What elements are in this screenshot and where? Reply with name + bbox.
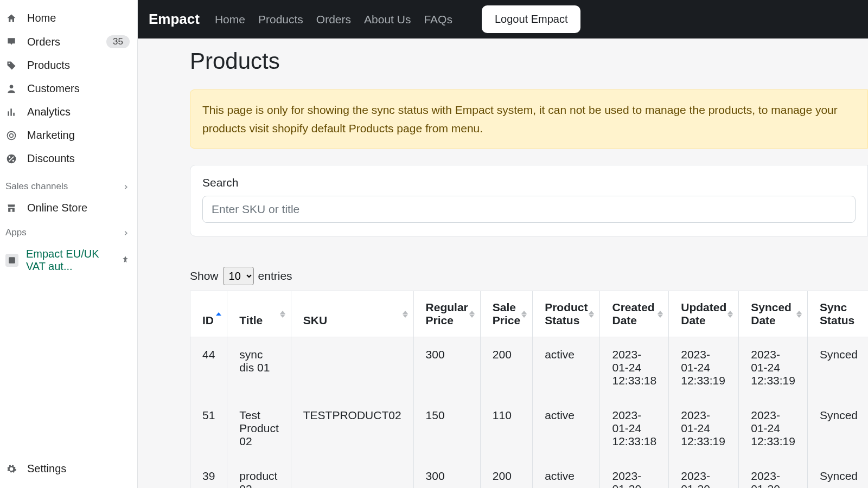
sidebar-item-orders[interactable]: Orders 35 bbox=[0, 30, 137, 54]
person-icon bbox=[5, 83, 17, 95]
table-row: 51 Test Product 02 TESTPRODUCT02 150 110… bbox=[190, 398, 869, 459]
svg-point-1 bbox=[10, 85, 14, 88]
sort-icon bbox=[796, 308, 803, 320]
sort-icon bbox=[403, 308, 409, 320]
sidebar-item-customers[interactable]: Customers bbox=[0, 77, 137, 100]
sort-icon bbox=[727, 308, 734, 320]
sidebar-item-products[interactable]: Products bbox=[0, 54, 137, 77]
svg-point-8 bbox=[9, 156, 10, 158]
sidebar-item-online-store[interactable]: Online Store bbox=[0, 196, 137, 220]
topnav-links: Home Products Orders About Us FAQs bbox=[215, 13, 452, 26]
gear-icon bbox=[5, 463, 17, 475]
page-content: Products This page is only for showing t… bbox=[138, 38, 868, 488]
col-created-date[interactable]: Created Date bbox=[600, 291, 669, 337]
topnav-link-products[interactable]: Products bbox=[258, 13, 303, 26]
cell-sale: 200 bbox=[480, 337, 532, 399]
sidebar-item-label: Customers bbox=[27, 82, 130, 95]
svg-rect-2 bbox=[8, 111, 9, 115]
cell-regular: 300 bbox=[413, 337, 480, 399]
sort-icon bbox=[658, 308, 664, 320]
tag-icon bbox=[5, 60, 17, 72]
entries-select[interactable]: 10 bbox=[223, 267, 254, 285]
topnav-link-faqs[interactable]: FAQs bbox=[424, 13, 452, 26]
cell-sale: 200 bbox=[480, 459, 532, 488]
cell-sync-status: Synced bbox=[807, 337, 868, 399]
cell-status: active bbox=[533, 398, 600, 459]
sales-channels-header[interactable]: Sales channels bbox=[0, 174, 137, 196]
cell-title: sync dis 01 bbox=[227, 337, 291, 399]
percent-icon bbox=[5, 153, 17, 165]
col-sync-status[interactable]: Sync Status bbox=[807, 291, 868, 337]
cell-sku: TESTPRODUCT02 bbox=[291, 398, 413, 459]
col-id[interactable]: ID bbox=[190, 291, 227, 337]
table-row: 44 sync dis 01 300 200 active 2023-01-24… bbox=[190, 337, 869, 399]
cell-created: 2023-01-24 12:33:18 bbox=[600, 337, 669, 399]
apps-header[interactable]: Apps bbox=[0, 220, 137, 242]
svg-point-0 bbox=[9, 62, 10, 64]
products-table: ID Title SKU bbox=[190, 291, 868, 488]
sidebar: Home Orders 35 Products Customers bbox=[0, 0, 138, 488]
col-product-status[interactable]: Product Status bbox=[533, 291, 600, 337]
sidebar-item-empact-app[interactable]: Empact EU/UK VAT aut... bbox=[0, 242, 137, 278]
svg-rect-3 bbox=[10, 108, 12, 115]
topnav-link-about[interactable]: About Us bbox=[364, 13, 411, 26]
sidebar-item-analytics[interactable]: Analytics bbox=[0, 100, 137, 124]
brand-name: Empact bbox=[149, 11, 200, 28]
topnav-link-orders[interactable]: Orders bbox=[316, 13, 351, 26]
cell-regular: 300 bbox=[413, 459, 480, 488]
products-table-wrap: ID Title SKU bbox=[190, 291, 868, 488]
sidebar-item-discounts[interactable]: Discounts bbox=[0, 147, 137, 170]
cell-updated: 2023-01-20 bbox=[669, 459, 739, 488]
sort-asc-icon bbox=[216, 308, 222, 320]
orders-count-badge: 35 bbox=[106, 35, 130, 48]
col-regular-price[interactable]: Regular Price bbox=[413, 291, 480, 337]
sort-icon bbox=[280, 308, 286, 320]
svg-rect-12 bbox=[9, 257, 15, 264]
sidebar-item-label: Analytics bbox=[27, 106, 130, 118]
sidebar-item-home[interactable]: Home bbox=[0, 7, 137, 30]
sidebar-item-label: Settings bbox=[27, 463, 130, 475]
search-input[interactable] bbox=[202, 196, 856, 223]
entries-selector: Show 10 entries bbox=[190, 267, 868, 285]
sidebar-item-settings[interactable]: Settings bbox=[0, 457, 137, 488]
page-title: Products bbox=[190, 48, 868, 74]
sort-icon bbox=[589, 308, 595, 320]
cell-id: 44 bbox=[190, 337, 227, 399]
col-updated-date[interactable]: Updated Date bbox=[669, 291, 739, 337]
cell-synced: 2023-01-24 12:33:19 bbox=[739, 398, 808, 459]
cell-status: active bbox=[533, 459, 600, 488]
cell-status: active bbox=[533, 337, 600, 399]
table-row: 39 product 02 300 200 active 2023-01-20 … bbox=[190, 459, 869, 488]
col-sku[interactable]: SKU bbox=[291, 291, 413, 337]
cell-title: product 02 bbox=[227, 459, 291, 488]
cell-sync-status: Synced bbox=[807, 459, 868, 488]
cell-synced: 2023-01-20 bbox=[739, 459, 808, 488]
sidebar-primary-nav: Home Orders 35 Products Customers bbox=[0, 3, 137, 174]
svg-point-6 bbox=[10, 133, 14, 137]
svg-rect-11 bbox=[10, 209, 12, 211]
search-card: Search bbox=[190, 165, 868, 236]
info-alert: This page is only for showing the sync s… bbox=[190, 89, 868, 149]
pin-icon[interactable] bbox=[121, 254, 130, 267]
cell-sale: 110 bbox=[480, 398, 532, 459]
cell-sku bbox=[291, 337, 413, 399]
store-icon bbox=[5, 202, 17, 214]
topnav-link-home[interactable]: Home bbox=[215, 13, 245, 26]
cell-updated: 2023-01-24 12:33:19 bbox=[669, 337, 739, 399]
sidebar-item-label: Empact EU/UK VAT aut... bbox=[26, 248, 113, 273]
sidebar-item-label: Online Store bbox=[27, 202, 130, 214]
col-sale-price[interactable]: Sale Price bbox=[480, 291, 532, 337]
sidebar-item-label: Products bbox=[27, 59, 130, 72]
col-synced-date[interactable]: Synced Date bbox=[739, 291, 808, 337]
home-icon bbox=[5, 12, 17, 24]
sort-icon bbox=[521, 308, 528, 320]
sidebar-item-marketing[interactable]: Marketing bbox=[0, 124, 137, 147]
col-title[interactable]: Title bbox=[227, 291, 291, 337]
cell-created: 2023-01-20 bbox=[600, 459, 669, 488]
chevron-right-icon bbox=[122, 229, 130, 236]
cell-sku bbox=[291, 459, 413, 488]
logout-button[interactable]: Logout Empact bbox=[482, 5, 581, 33]
cell-updated: 2023-01-24 12:33:19 bbox=[669, 398, 739, 459]
top-navbar: Empact Home Products Orders About Us FAQ… bbox=[138, 0, 868, 38]
svg-point-9 bbox=[12, 159, 14, 161]
